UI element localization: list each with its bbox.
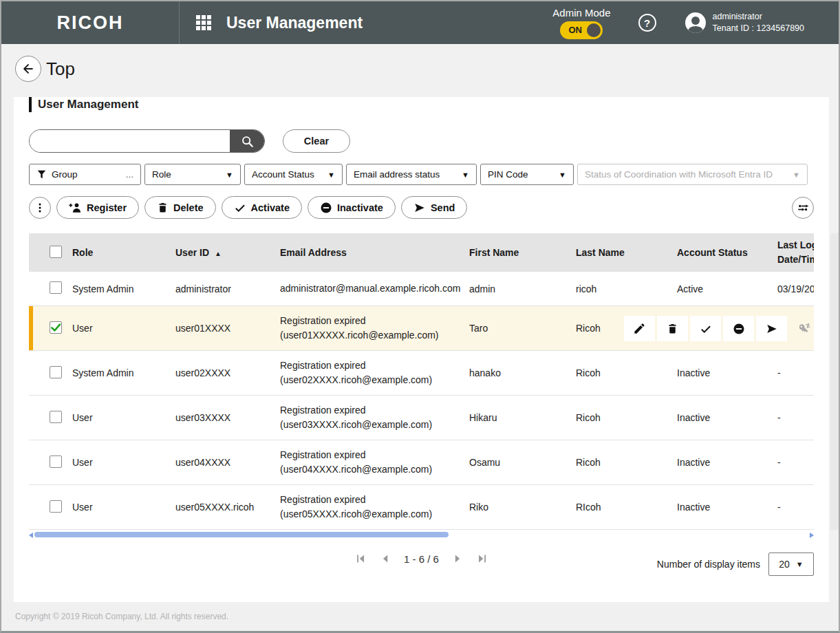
action-row: Register Delete Activate Inactivate Send [29,196,814,219]
filter-role[interactable]: Role ▼ [144,164,241,185]
table-row[interactable]: Useruser03XXXXRegistration expired(user0… [29,396,814,440]
cell-email: administrator@manual.example.ricoh.com [280,281,469,296]
column-account-status[interactable]: Account Status [677,247,777,258]
help-icon[interactable]: ? [638,14,656,32]
select-all-checkbox[interactable] [50,246,62,258]
column-last-login[interactable]: Last Login Date/Time [777,238,814,267]
filter-group-more: ... [126,169,133,180]
filter-pin-code[interactable]: PIN Code ▼ [480,164,574,185]
inactivate-label: Inactivate [337,202,383,213]
row-delete-button[interactable] [657,316,688,341]
search-icon [240,134,255,149]
horizontal-scrollbar-thumb[interactable] [34,532,449,537]
row-activate-button[interactable] [690,316,721,341]
page: RICOH User Management Admin Mode ON ? ad… [0,0,840,633]
row-send-button[interactable] [756,316,787,341]
pin-sync-icon [797,322,812,336]
back-button[interactable] [15,56,41,82]
search-button[interactable] [230,130,264,152]
admin-mode-toggle[interactable]: ON [560,21,603,39]
send-icon [413,202,426,214]
column-first-name[interactable]: First Name [469,247,576,258]
footer: Copyright © 2019 Ricoh Company, Ltd. All… [1,602,839,631]
customize-columns-button[interactable] [792,197,814,219]
clear-button[interactable]: Clear [283,129,350,153]
first-page-button[interactable] [354,552,367,565]
cell-account-status: Active [677,283,777,294]
next-page-button[interactable] [451,552,464,565]
user-name: administrator [713,11,804,23]
admin-mode-label: Admin Mode [552,7,610,19]
filter-email-status[interactable]: Email address status ▼ [346,164,477,185]
inactivate-button[interactable]: Inactivate [308,196,396,219]
cell-last-name: Ricoh [576,457,677,468]
table-viewport: Role User ID ▲ Email Address First Name … [29,233,814,530]
toggle-knob [587,23,601,37]
activate-button[interactable]: Activate [222,196,302,219]
page-size-value: 20 [779,559,790,570]
cell-user-id: user05XXXX.ricoh [175,502,280,513]
page-size-select[interactable]: 20 ▼ [768,552,814,576]
cell-first-name: Hikaru [469,412,576,423]
row-edit-button[interactable] [624,316,655,341]
cell-last-login: 03/19/2025 [777,283,814,294]
cell-last-name: Ricoh [576,412,677,423]
table-row[interactable]: System Adminuser02XXXXRegistration expir… [29,351,814,396]
row-checkbox[interactable] [50,366,62,378]
row-inactivate-button[interactable] [723,316,754,341]
row-actions [624,316,814,341]
search-box [29,129,265,153]
app-grid-icon[interactable] [196,15,211,30]
header-divider [179,1,180,44]
table-row[interactable]: Useruser04XXXXRegistration expired(user0… [29,440,814,485]
cell-account-status: Inactive [677,367,777,378]
caret-down-icon: ▼ [327,171,335,179]
column-user-id[interactable]: User ID ▲ [175,247,280,258]
cell-email: Registration expired(user04XXXX.ricoh@ex… [280,448,469,477]
trash-icon [667,323,678,335]
user-avatar-icon[interactable] [685,12,706,33]
send-button[interactable]: Send [401,196,467,219]
column-role[interactable]: Role [72,247,175,258]
table-row[interactable]: Useruser05XXXX.ricohRegistration expired… [29,485,814,530]
row-checkbox[interactable] [50,500,62,513]
copyright: Copyright © 2019 Ricoh Company, Ltd. All… [15,612,228,621]
table-row[interactable]: Useruser01XXXXRegistration expired(user0… [29,306,814,351]
register-button[interactable]: Register [56,196,139,219]
filter-entra-coordination: Status of Coordination with Microsoft En… [577,164,808,185]
delete-button[interactable]: Delete [144,196,216,219]
breadcrumb: Top [1,44,839,82]
caret-down-icon: ▼ [793,171,800,179]
page-title: User Management [29,97,829,112]
last-page-button[interactable] [476,552,488,565]
tenant-id: Tenant ID : 1234567890 [713,23,804,34]
cell-role: User [72,502,175,513]
scroll-right-icon[interactable] [810,533,814,538]
sliders-icon [796,201,810,215]
cell-email: Registration expired(user01XXXXX.ricoh@e… [280,314,469,343]
column-last-name[interactable]: Last Name [576,247,677,258]
check-icon [700,323,712,335]
cell-first-name: admin [469,283,576,294]
cell-user-id: user03XXXX [175,412,280,423]
row-checkbox[interactable] [50,281,62,294]
caret-down-icon: ▼ [462,171,469,179]
filter-group[interactable]: Group ... [29,164,141,185]
scroll-left-icon[interactable] [29,533,33,538]
search-input[interactable] [30,130,230,152]
table-row[interactable]: System Adminadministratoradministrator@m… [29,272,814,306]
cell-role: System Admin [72,367,175,378]
more-actions-button[interactable] [29,197,51,219]
column-email[interactable]: Email Address [280,247,469,258]
row-checkbox-checked[interactable] [50,321,62,334]
prev-page-button[interactable] [379,552,391,565]
cell-account-status: Inactive [677,457,777,468]
back-label[interactable]: Top [46,58,75,80]
vertical-scrollbar-track[interactable] [830,233,840,530]
caret-down-icon: ▼ [796,560,804,568]
row-checkbox[interactable] [50,455,62,468]
filter-account-status[interactable]: Account Status ▼ [244,164,343,185]
caret-down-icon: ▼ [559,171,566,179]
table-body: System Adminadministratoradministrator@m… [29,272,814,530]
row-checkbox[interactable] [50,411,62,423]
